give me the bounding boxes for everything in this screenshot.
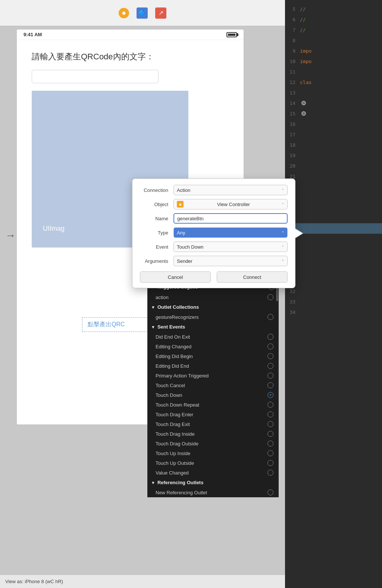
code-line-21: 21 xyxy=(285,171,382,181)
line-number: 19 xyxy=(285,153,300,158)
scrollbar[interactable] xyxy=(276,281,279,497)
status-bar: 9:41 AM xyxy=(17,29,244,40)
connection-item[interactable]: Touch Cancel xyxy=(147,380,279,390)
object-row: Object ■ View Controller ⌃ xyxy=(140,199,288,209)
code-line-33: 33 xyxy=(285,296,382,307)
connection-circle[interactable] xyxy=(267,441,273,447)
code-line-30: 30 xyxy=(285,265,382,276)
arguments-dropdown[interactable]: Sender ⌃ xyxy=(173,256,288,266)
code-line-32: 32 xyxy=(285,286,382,296)
toolbar-icon-orange[interactable]: ● xyxy=(119,8,129,18)
connection-circle[interactable] xyxy=(267,402,273,408)
line-number: 18 xyxy=(285,142,300,148)
connection-dropdown[interactable]: Action ⌃ xyxy=(173,185,288,195)
connection-circle[interactable] xyxy=(267,470,273,476)
line-content: // xyxy=(300,6,306,12)
canvas-panel: ● 🔷 ↗ 9:41 AM 請輸入要產生QRCode內的文字： UIImag →… xyxy=(0,0,285,588)
connection-circle[interactable] xyxy=(267,431,273,437)
type-dropdown[interactable]: Any ⌃ xyxy=(173,227,288,238)
line-number: 7 xyxy=(285,27,300,33)
connection-circle[interactable] xyxy=(267,363,273,369)
event-dropdown[interactable]: Touch Down ⌃ xyxy=(173,242,288,252)
connection-item-label: Editing Changed xyxy=(156,344,191,349)
code-line-29: 29 xyxy=(285,255,382,265)
battery-icon xyxy=(226,32,237,37)
connection-circle[interactable] xyxy=(267,489,273,495)
name-row: Name xyxy=(140,213,288,224)
connection-circle[interactable] xyxy=(267,411,273,417)
toolbar-icon-blue[interactable]: 🔷 xyxy=(137,7,148,19)
line-number: 17 xyxy=(285,132,300,137)
connection-circle[interactable] xyxy=(267,314,273,320)
code-line-14: 14 xyxy=(285,98,382,108)
connection-circle[interactable] xyxy=(267,373,273,379)
connection-circle[interactable] xyxy=(267,343,273,349)
section-title: Referencing Outlets xyxy=(157,480,204,485)
connection-item[interactable]: Touch Drag Enter xyxy=(147,410,279,419)
code-line-34: 34 xyxy=(285,307,382,317)
code-line-20: 20 xyxy=(285,161,382,171)
connection-circle[interactable] xyxy=(267,450,273,456)
connection-item-label: Touch Down xyxy=(156,392,182,398)
code-line-22: 22 xyxy=(285,181,382,192)
type-value: Any xyxy=(177,230,185,236)
connection-item-label: Value Changed xyxy=(156,470,189,476)
code-line-6: 6// xyxy=(285,14,382,25)
connection-item[interactable]: Touch Drag Outside xyxy=(147,439,279,448)
connection-item[interactable]: New Referencing Outlet xyxy=(147,488,279,497)
object-dropdown[interactable]: ■ View Controller ⌃ xyxy=(173,199,288,209)
section-header: ▼Outlet Collections xyxy=(147,302,279,312)
line-number: 15 xyxy=(285,111,300,116)
line-number: 10 xyxy=(285,59,300,64)
connect-button[interactable]: Connect xyxy=(217,271,288,283)
connection-circle[interactable] xyxy=(267,334,273,340)
connection-dropdown-arrow: ⌃ xyxy=(281,188,284,192)
connection-circle[interactable] xyxy=(267,421,273,427)
connection-item-label: Touch Drag Inside xyxy=(156,431,195,437)
code-line-23: 23 xyxy=(285,192,382,202)
connection-item[interactable]: Touch Down Repeat xyxy=(147,400,279,410)
connection-item[interactable]: Touch Drag Exit xyxy=(147,419,279,429)
image-view-label: UIImag xyxy=(43,225,65,233)
line-number: 12 xyxy=(285,80,300,85)
name-input[interactable] xyxy=(173,213,288,224)
connection-item[interactable]: Touch Up Inside xyxy=(147,448,279,458)
type-dropdown-arrow: ⌃ xyxy=(281,231,284,235)
toolbar-icon-red[interactable]: ↗ xyxy=(155,7,166,19)
bottom-status: View as: iPhone 8 (wC hR) xyxy=(0,575,285,588)
connection-circle[interactable] xyxy=(267,382,273,388)
connection-item[interactable]: Touch Up Outside xyxy=(147,458,279,468)
event-dropdown-arrow: ⌃ xyxy=(281,245,284,249)
connection-circle[interactable] xyxy=(267,460,273,466)
code-line-5: 5// xyxy=(285,4,382,14)
connection-item[interactable]: Touch Drag Inside xyxy=(147,429,279,439)
connection-item[interactable]: Editing Did Begin xyxy=(147,351,279,361)
connection-item[interactable]: action xyxy=(147,292,279,302)
connection-popup: Connection Action ⌃ Object ■ View Contro… xyxy=(132,178,295,288)
text-field-mock[interactable] xyxy=(32,70,159,83)
event-value: Touch Down xyxy=(177,244,204,250)
object-icon: ■ xyxy=(177,201,184,208)
connection-item[interactable]: Editing Did End xyxy=(147,361,279,371)
code-line-11: 11 xyxy=(285,66,382,77)
connection-item[interactable]: Did End On Exit xyxy=(147,332,279,342)
connection-item-label: Primary Action Triggered xyxy=(156,373,209,379)
connection-item[interactable]: Editing Changed xyxy=(147,342,279,351)
connection-item-label: Editing Did End xyxy=(156,363,189,369)
line-content: clas xyxy=(300,80,311,85)
cancel-button[interactable]: Cancel xyxy=(140,271,211,283)
connection-item[interactable]: Value Changed xyxy=(147,468,279,477)
connection-circle[interactable] xyxy=(267,294,273,300)
connection-item[interactable]: gestureRecognizers xyxy=(147,312,279,322)
line-content: impo xyxy=(300,48,311,54)
connection-plus-circle[interactable]: + xyxy=(267,392,273,398)
section-triangle: ▼ xyxy=(151,305,155,309)
connection-item[interactable]: Primary Action Triggered xyxy=(147,371,279,380)
line-number: 11 xyxy=(285,69,300,75)
section-triangle: ▼ xyxy=(151,480,155,485)
connection-circle[interactable] xyxy=(267,353,273,359)
section-title: Sent Events xyxy=(157,324,185,330)
code-line-8: 8 xyxy=(285,35,382,46)
code-line-10: 10impo xyxy=(285,56,382,66)
connection-item[interactable]: Touch Down+ xyxy=(147,390,279,400)
